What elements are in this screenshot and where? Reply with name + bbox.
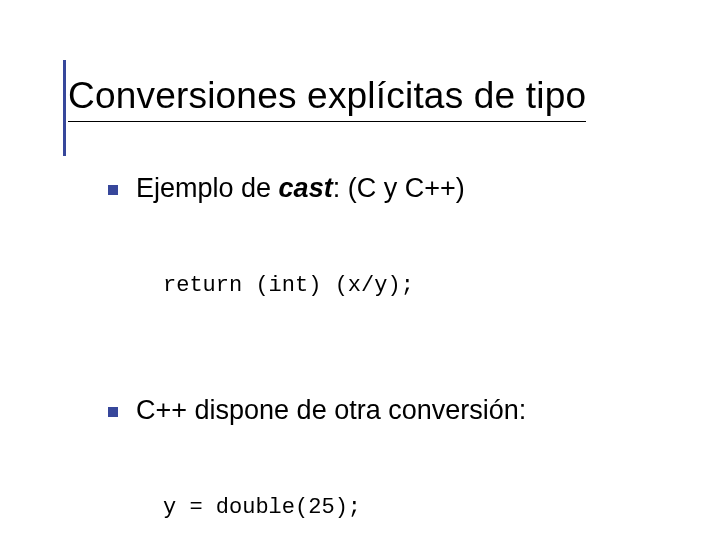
bullet-item: C++ dispone de otra conversión: <box>108 394 680 428</box>
bullet-text: C++ dispone de otra conversión: <box>136 394 526 428</box>
title-wrap: Conversiones explícitas de tipo <box>68 76 700 122</box>
code-block: y = double(25); return int(x/y); <box>163 434 680 540</box>
bullet-item: Ejemplo de cast: (C y C++) <box>108 172 680 206</box>
bullet-text-pre: Ejemplo de <box>136 173 279 203</box>
title-accent-bar <box>63 60 66 156</box>
slide: Conversiones explícitas de tipo Ejemplo … <box>0 0 720 540</box>
square-bullet-icon <box>108 185 118 195</box>
code-line: y = double(25); <box>163 493 680 523</box>
code-line: return (int) (x/y); <box>163 271 680 301</box>
code-block: return (int) (x/y); <box>163 212 680 360</box>
bullet-text: Ejemplo de cast: (C y C++) <box>136 172 465 206</box>
slide-content: Ejemplo de cast: (C y C++) return (int) … <box>108 172 680 540</box>
slide-title: Conversiones explícitas de tipo <box>68 76 586 122</box>
bullet-text-pre: C++ dispone de otra conversión: <box>136 395 526 425</box>
square-bullet-icon <box>108 407 118 417</box>
bullet-text-post: : (C y C++) <box>333 173 465 203</box>
bullet-text-em: cast <box>279 173 333 203</box>
